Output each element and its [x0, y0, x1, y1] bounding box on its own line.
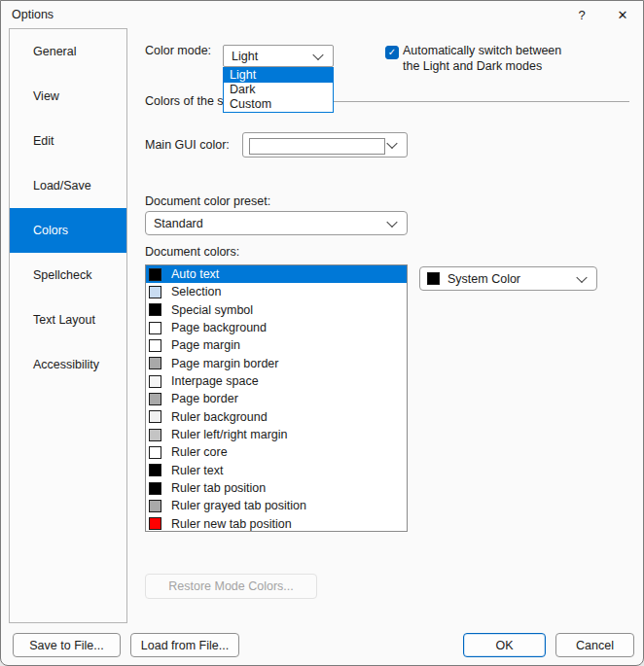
sidebar-item-general[interactable]: General	[10, 29, 126, 74]
help-icon[interactable]: ?	[561, 1, 602, 28]
doc-color-name: Ruler background	[171, 410, 268, 424]
doc-color-name: Interpage space	[171, 374, 259, 388]
options-dialog: Options ? ✕ GeneralViewEditLoad/SaveColo…	[0, 0, 644, 666]
color-swatch	[149, 303, 161, 316]
sidebar-item-edit[interactable]: Edit	[10, 119, 126, 163]
doc-color-row-interpage-space[interactable]: Interpage space	[146, 372, 407, 390]
auto-switch-checkbox[interactable]: ✓	[385, 46, 399, 59]
sidebar-item-view[interactable]: View	[10, 74, 126, 119]
color-mode-option-light[interactable]: Light	[224, 68, 333, 83]
color-swatch	[149, 322, 161, 334]
doc-color-name: Ruler grayed tab position	[171, 499, 306, 512]
color-mode-combobox[interactable]: Light	[223, 45, 334, 67]
doc-color-row-ruler-background[interactable]: Ruler background	[146, 408, 407, 426]
system-color-value: System Color	[440, 272, 520, 286]
main-gui-color-label: Main GUI color:	[145, 138, 230, 152]
doc-color-name: Page border	[171, 392, 238, 405]
doc-color-name: Selection	[171, 285, 221, 298]
color-swatch	[149, 357, 161, 369]
doc-color-name: Ruler tab position	[171, 481, 266, 495]
close-icon[interactable]: ✕	[602, 1, 643, 28]
color-swatch	[149, 375, 161, 388]
doc-preset-combobox[interactable]: Standard	[145, 211, 408, 235]
system-color-combobox[interactable]: System Color	[419, 266, 597, 291]
main-gui-color-combobox[interactable]	[242, 132, 408, 158]
color-mode-label: Color mode:	[145, 44, 211, 57]
main-gui-color-preview	[249, 138, 385, 155]
color-swatch	[149, 482, 161, 495]
color-mode-option-dark[interactable]: Dark	[224, 83, 333, 97]
sidebar: GeneralViewEditLoad/SaveColorsSpellcheck…	[9, 28, 127, 623]
doc-color-row-special-symbol[interactable]: Special symbol	[146, 301, 407, 319]
doc-preset-label: Document color preset:	[145, 194, 270, 208]
color-swatch	[149, 517, 161, 530]
doc-color-row-ruler-new-tab-position[interactable]: Ruler new tab position	[146, 515, 407, 532]
doc-color-name: Ruler new tab position	[171, 517, 292, 531]
doc-color-row-ruler-grayed-tab-position[interactable]: Ruler grayed tab position	[146, 497, 407, 514]
sidebar-item-spellcheck[interactable]: Spellcheck	[10, 253, 126, 298]
doc-color-row-selection[interactable]: Selection	[146, 283, 407, 300]
doc-color-name: Special symbol	[171, 303, 253, 317]
doc-preset-value: Standard	[146, 217, 203, 230]
auto-switch-label-line: the Light and Dark modes	[403, 58, 561, 74]
doc-colors-label: Document colors:	[145, 245, 239, 259]
doc-color-name: Ruler text	[171, 464, 224, 477]
color-swatch	[149, 339, 161, 352]
chevron-down-icon	[386, 138, 397, 149]
doc-color-row-page-border[interactable]: Page border	[146, 390, 407, 407]
doc-color-name: Page margin border	[171, 357, 278, 370]
color-swatch	[149, 268, 161, 281]
doc-color-name: Page background	[171, 321, 267, 334]
color-mode-dropdown-list: LightDarkCustom	[223, 67, 334, 113]
doc-color-row-page-margin-border[interactable]: Page margin border	[146, 355, 407, 372]
color-swatch	[149, 393, 161, 405]
color-swatch	[149, 286, 161, 298]
section-header: Colors of the se	[145, 94, 629, 108]
doc-color-row-page-margin[interactable]: Page margin	[146, 336, 407, 354]
doc-color-row-auto-text[interactable]: Auto text	[146, 265, 407, 283]
doc-color-name: Ruler core	[171, 445, 228, 459]
doc-color-row-ruler-text[interactable]: Ruler text	[146, 462, 407, 479]
auto-switch-label[interactable]: Automatically switch betweenthe Light an…	[403, 43, 561, 74]
doc-color-row-ruler-core[interactable]: Ruler core	[146, 443, 407, 461]
doc-color-name: Page margin	[171, 338, 240, 352]
ok-button[interactable]: OK	[463, 633, 546, 657]
color-mode-option-custom[interactable]: Custom	[224, 97, 333, 112]
system-color-swatch	[427, 272, 440, 285]
window-title: Options	[12, 8, 54, 21]
color-swatch	[149, 410, 161, 423]
sidebar-item-load-save[interactable]: Load/Save	[10, 163, 126, 208]
restore-mode-colors-button[interactable]: Restore Mode Colors...	[145, 574, 317, 599]
chevron-down-icon	[312, 49, 323, 59]
titlebar: Options ? ✕	[1, 1, 643, 28]
color-swatch	[149, 429, 161, 441]
cancel-button[interactable]: Cancel	[555, 633, 634, 657]
color-swatch	[149, 500, 161, 512]
doc-color-name: Auto text	[171, 267, 219, 281]
chevron-down-icon	[576, 271, 587, 282]
load-from-file-button[interactable]: Load from File...	[130, 633, 239, 657]
doc-color-row-page-background[interactable]: Page background	[146, 319, 407, 336]
sidebar-item-accessibility[interactable]: Accessibility	[10, 342, 126, 387]
auto-switch-label-line: Automatically switch between	[403, 43, 561, 58]
section-header-text: Colors of the se	[145, 94, 231, 108]
color-swatch	[149, 446, 161, 459]
doc-color-row-ruler-tab-position[interactable]: Ruler tab position	[146, 479, 407, 497]
sidebar-item-colors[interactable]: Colors	[10, 208, 126, 253]
save-to-file-button[interactable]: Save to File...	[13, 633, 121, 657]
doc-color-name: Ruler left/right margin	[171, 428, 288, 441]
doc-colors-listbox: Auto textSelectionSpecial symbolPage bac…	[145, 264, 408, 532]
sidebar-item-text-layout[interactable]: Text Layout	[10, 298, 126, 342]
doc-color-row-ruler-left-right-margin[interactable]: Ruler left/right margin	[146, 426, 407, 443]
checkmark-icon: ✓	[388, 48, 396, 57]
color-swatch	[149, 464, 161, 476]
chevron-down-icon	[386, 216, 397, 227]
color-mode-value: Light	[224, 50, 258, 63]
